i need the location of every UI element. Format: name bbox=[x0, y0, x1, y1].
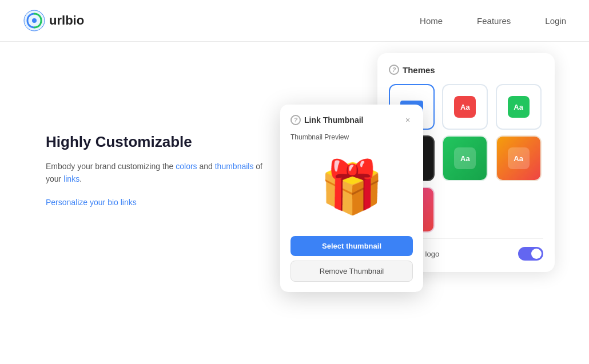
highlight-colors: colors bbox=[176, 162, 197, 171]
theme-item-gradient-green[interactable]: Aa bbox=[442, 135, 488, 181]
nav-login[interactable]: Login bbox=[545, 16, 566, 26]
hero-description: Embody your brand customizing the colors… bbox=[46, 160, 263, 186]
hide-logo-toggle[interactable] bbox=[518, 247, 543, 261]
modal-title-area: ? Link Thumbnail bbox=[290, 115, 363, 125]
modal-help-icon[interactable]: ? bbox=[290, 115, 301, 125]
nav: Home Features Login bbox=[420, 16, 566, 26]
theme-gradient-green-aa-box: Aa bbox=[454, 147, 476, 169]
modal-title-text: Link Thumbnail bbox=[304, 115, 363, 125]
logo[interactable]: urlbio bbox=[23, 9, 84, 32]
personalize-link[interactable]: Personalize your bio links bbox=[46, 198, 137, 207]
hero-section: Highly Customizable Embody your brand cu… bbox=[46, 133, 263, 207]
logo-text: urlbio bbox=[49, 13, 84, 28]
thumbnail-preview-image: 🎁 bbox=[290, 147, 413, 227]
main-content: Highly Customizable Embody your brand cu… bbox=[0, 42, 589, 350]
theme-red-aa-box: Aa bbox=[454, 96, 476, 118]
nav-features[interactable]: Features bbox=[477, 16, 511, 26]
modal-close-button[interactable]: × bbox=[403, 115, 413, 125]
svg-point-1 bbox=[32, 18, 37, 23]
hero-title: Highly Customizable bbox=[46, 133, 263, 151]
select-thumbnail-button[interactable]: Select thumbnail bbox=[290, 236, 413, 256]
theme-item-green[interactable]: Aa bbox=[496, 84, 542, 130]
modal-header: ? Link Thumbnail × bbox=[290, 115, 413, 125]
themes-help-icon[interactable]: ? bbox=[389, 65, 399, 75]
theme-gradient-orange-aa-box: Aa bbox=[508, 147, 530, 169]
gift-box-icon: 🎁 bbox=[320, 161, 384, 213]
highlight-links: links bbox=[63, 174, 79, 183]
right-panel-area: ? Themes Aa Aa Aa bbox=[372, 53, 555, 272]
header: urlbio Home Features Login bbox=[0, 0, 589, 42]
nav-home[interactable]: Home bbox=[420, 16, 443, 26]
theme-item-red[interactable]: Aa bbox=[442, 84, 488, 130]
highlight-thumbnails: thumbnails bbox=[215, 162, 254, 171]
thumbnail-modal: ? Link Thumbnail × Thumbnail Preview 🎁 S… bbox=[280, 105, 423, 292]
logo-icon bbox=[23, 9, 46, 32]
thumbnail-preview-label: Thumbnail Preview bbox=[290, 133, 413, 141]
theme-item-gradient-orange[interactable]: Aa bbox=[496, 135, 542, 181]
themes-title: Themes bbox=[403, 65, 435, 75]
remove-thumbnail-button[interactable]: Remove Thumbnail bbox=[290, 261, 413, 282]
themes-header: ? Themes bbox=[389, 65, 543, 75]
theme-green-aa-box: Aa bbox=[508, 96, 530, 118]
